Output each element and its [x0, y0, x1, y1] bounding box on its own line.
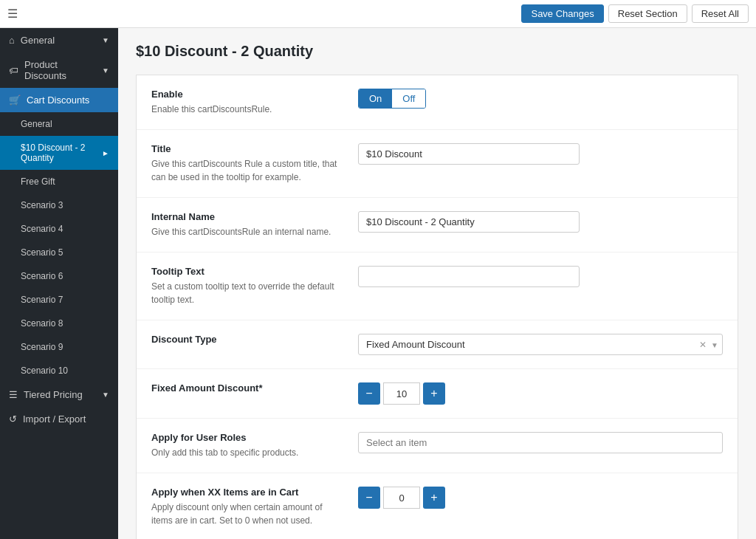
sidebar-label-scenario-10: Scenario 10	[21, 365, 68, 376]
internal-name-label-col: Internal Name Give this cartDiscountsRul…	[151, 211, 343, 238]
enable-row: Enable Enable this cartDiscountsRule. On…	[137, 75, 738, 130]
enable-label: Enable	[151, 89, 343, 100]
list-icon: ☰	[9, 389, 18, 400]
internal-name-control	[358, 211, 723, 233]
fixed-amount-label: Fixed Amount Discount*	[151, 382, 343, 394]
enable-label-col: Enable Enable this cartDiscountsRule.	[151, 89, 343, 116]
sidebar-item-general[interactable]: ⌂ General ▼	[0, 28, 118, 52]
tooltip-input[interactable]	[358, 266, 580, 287]
sidebar-item-cart-discounts[interactable]: 🛒 Cart Discounts	[0, 88, 118, 112]
items-in-cart-label: Apply when XX Items are in Cart	[151, 487, 343, 498]
sidebar: ⌂ General ▼ 🏷 Product Discounts ▼ 🛒 Cart…	[0, 28, 118, 539]
internal-name-row: Internal Name Give this cartDiscountsRul…	[137, 198, 738, 253]
tooltip-label: Tooltip Text	[151, 266, 343, 277]
chevron-down-icon-tp: ▼	[102, 391, 109, 399]
sidebar-label-scenario-5: Scenario 5	[21, 247, 63, 258]
chevron-down-icon: ▼	[102, 36, 109, 44]
user-roles-label: Apply for User Roles	[151, 432, 343, 443]
reset-all-button[interactable]: Reset All	[692, 4, 749, 23]
sidebar-label-scenario-6: Scenario 6	[21, 271, 63, 281]
internal-name-input[interactable]	[358, 211, 580, 233]
items-in-cart-desc: Apply discount only when certain amount …	[151, 501, 343, 527]
sidebar-label-free-gift: Free Gift	[21, 176, 55, 187]
sidebar-item-product-discounts[interactable]: 🏷 Product Discounts ▼	[0, 52, 118, 88]
top-bar: ☰ Save Changes Reset Section Reset All	[0, 0, 756, 28]
sidebar-label-scenario-3: Scenario 3	[21, 200, 63, 210]
items-in-cart-increment-button[interactable]: +	[423, 487, 445, 509]
sidebar-item-scenario-9[interactable]: Scenario 9	[0, 335, 118, 359]
discount-type-select-wrapper: Fixed Amount Discount ✕ ▼	[358, 334, 723, 355]
tooltip-desc: Set a custom tooltip text to override th…	[151, 280, 343, 306]
user-roles-control	[358, 432, 723, 453]
tooltip-label-col: Tooltip Text Set a custom tooltip text t…	[151, 266, 343, 306]
sidebar-label-10-discount: $10 Discount - 2 Quantity	[21, 143, 96, 163]
fixed-amount-stepper: − +	[358, 382, 445, 405]
tooltip-row: Tooltip Text Set a custom tooltip text t…	[137, 253, 738, 320]
active-indicator: ►	[102, 149, 109, 157]
items-in-cart-row: Apply when XX Items are in Cart Apply di…	[137, 473, 738, 539]
cart-icon: 🛒	[9, 95, 21, 106]
title-label: Title	[151, 143, 343, 154]
fixed-amount-label-col: Fixed Amount Discount*	[151, 382, 343, 396]
discount-type-label-col: Discount Type	[151, 334, 343, 348]
items-in-cart-input[interactable]	[383, 487, 420, 509]
tag-icon: 🏷	[9, 65, 18, 76]
sidebar-label-import-export: Import / Export	[23, 413, 86, 425]
items-in-cart-control: − +	[358, 487, 723, 509]
toggle-on-button[interactable]: On	[359, 89, 392, 108]
user-roles-row: Apply for User Roles Only add this tab t…	[137, 419, 738, 473]
sidebar-label-product-discounts: Product Discounts	[24, 59, 96, 81]
save-changes-button[interactable]: Save Changes	[521, 4, 603, 23]
reset-section-button[interactable]: Reset Section	[608, 4, 687, 23]
toggle-off-button[interactable]: Off	[392, 89, 425, 108]
enable-desc: Enable this cartDiscountsRule.	[151, 103, 343, 116]
fixed-amount-decrement-button[interactable]: −	[358, 382, 380, 405]
title-row: Title Give this cartDiscounts Rule a cus…	[137, 130, 738, 198]
user-roles-label-col: Apply for User Roles Only add this tab t…	[151, 432, 343, 459]
items-in-cart-stepper: − +	[358, 487, 445, 509]
discount-type-select[interactable]: Fixed Amount Discount	[358, 334, 723, 355]
fixed-amount-row: Fixed Amount Discount* − +	[137, 369, 738, 419]
sidebar-label-general: General	[21, 35, 55, 46]
sidebar-item-general-sub[interactable]: General	[0, 112, 118, 136]
sidebar-item-scenario-7[interactable]: Scenario 7	[0, 288, 118, 312]
sidebar-item-tiered-pricing[interactable]: ☰ Tiered Pricing ▼	[0, 382, 118, 407]
discount-type-row: Discount Type Fixed Amount Discount ✕ ▼	[137, 320, 738, 369]
sidebar-item-10-discount-2-qty[interactable]: $10 Discount - 2 Quantity ►	[0, 136, 118, 170]
title-label-col: Title Give this cartDiscounts Rule a cus…	[151, 143, 343, 184]
enable-control: On Off	[358, 89, 723, 109]
sidebar-label-cart-discounts: Cart Discounts	[27, 95, 89, 106]
sidebar-item-scenario-6[interactable]: Scenario 6	[0, 264, 118, 288]
user-roles-input[interactable]	[358, 432, 723, 453]
user-roles-desc: Only add this tab to specific products.	[151, 446, 343, 459]
sidebar-item-free-gift[interactable]: Free Gift	[0, 170, 118, 193]
sidebar-item-scenario-10[interactable]: Scenario 10	[0, 359, 118, 382]
page-title: $10 Discount - 2 Quantity	[136, 43, 738, 60]
form-section: Enable Enable this cartDiscountsRule. On…	[136, 75, 738, 539]
discount-type-label: Discount Type	[151, 334, 343, 345]
internal-name-label: Internal Name	[151, 211, 343, 222]
title-desc: Give this cartDiscounts Rule a custom ti…	[151, 157, 343, 184]
enable-toggle-group: On Off	[358, 89, 426, 109]
clear-icon[interactable]: ✕	[699, 340, 707, 350]
sidebar-item-scenario-3[interactable]: Scenario 3	[0, 193, 118, 217]
sidebar-label-scenario-4: Scenario 4	[21, 224, 63, 234]
sidebar-label-scenario-7: Scenario 7	[21, 295, 63, 305]
sidebar-item-scenario-8[interactable]: Scenario 8	[0, 312, 118, 335]
sidebar-label-scenario-9: Scenario 9	[21, 342, 63, 352]
fixed-amount-input[interactable]	[383, 382, 420, 405]
items-in-cart-label-col: Apply when XX Items are in Cart Apply di…	[151, 487, 343, 527]
internal-name-desc: Give this cartDiscountsRule an internal …	[151, 225, 343, 238]
top-bar-icon: ☰	[7, 7, 18, 21]
title-input[interactable]	[358, 143, 580, 165]
sidebar-item-scenario-4[interactable]: Scenario 4	[0, 217, 118, 241]
fixed-amount-increment-button[interactable]: +	[423, 382, 445, 405]
main-content: $10 Discount - 2 Quantity Enable Enable …	[118, 28, 756, 539]
items-in-cart-decrement-button[interactable]: −	[358, 487, 380, 509]
sidebar-item-import-export[interactable]: ↺ Import / Export	[0, 407, 118, 431]
title-control	[358, 143, 723, 165]
tooltip-control	[358, 266, 723, 287]
sidebar-label-general-sub: General	[21, 119, 52, 129]
home-icon: ⌂	[9, 35, 15, 46]
sidebar-item-scenario-5[interactable]: Scenario 5	[0, 241, 118, 264]
